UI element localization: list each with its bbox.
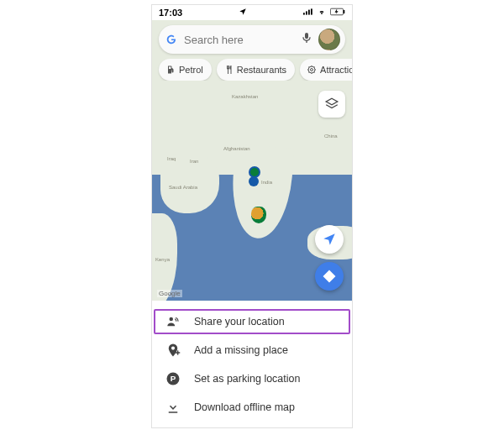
search-placeholder: Search here — [184, 34, 300, 46]
map-pin-cluster[interactable] — [251, 207, 266, 223]
signal-icon — [303, 8, 313, 18]
add-place-icon — [165, 343, 181, 358]
location-services-icon — [239, 8, 247, 18]
country-label: Kazakhstan — [232, 94, 258, 99]
svg-text:P: P — [171, 374, 176, 383]
chip-petrol[interactable]: Petrol — [159, 59, 212, 81]
country-label: Afghanistan — [223, 146, 250, 151]
layers-button[interactable] — [318, 91, 345, 118]
chip-restaurants[interactable]: Restaurants — [217, 59, 295, 81]
sheet-cancel[interactable]: Cancel — [152, 422, 352, 428]
country-label: Kenya — [155, 257, 170, 262]
svg-point-6 — [311, 69, 313, 71]
svg-rect-0 — [303, 13, 305, 14]
sheet-parking[interactable]: P Set as parking location — [152, 364, 352, 393]
map-attribution: Google — [157, 290, 182, 297]
action-sheet: Share your location Add a missing place … — [152, 301, 352, 428]
download-icon — [165, 400, 181, 415]
sheet-row-label: Add a missing place — [194, 344, 288, 356]
google-logo-icon — [165, 34, 177, 45]
parking-icon: P — [165, 371, 181, 386]
chip-label: Petrol — [179, 65, 203, 75]
sheet-share-location[interactable]: Share your location — [152, 307, 352, 336]
map-pin[interactable] — [249, 176, 259, 186]
petrol-icon — [165, 65, 176, 75]
svg-rect-2 — [308, 10, 310, 15]
directions-button[interactable] — [315, 262, 344, 291]
share-location-icon — [165, 314, 181, 329]
wifi-icon — [317, 8, 327, 18]
map-canvas[interactable]: Kazakhstan China Afghanistan Iraq Iran I… — [152, 20, 352, 301]
chip-label: Attractions — [320, 65, 352, 75]
sheet-row-label: Set as parking location — [194, 373, 300, 385]
chip-label: Restaurants — [237, 65, 286, 75]
chip-attractions[interactable]: Attractions — [300, 59, 352, 81]
microphone-icon[interactable] — [300, 31, 313, 48]
svg-rect-1 — [306, 11, 307, 14]
country-label: China — [324, 134, 338, 139]
my-location-button[interactable] — [315, 225, 344, 254]
country-label: Iraq — [167, 156, 176, 161]
phone-frame: 17:03 Kazakhstan China Afghanistan Iraq … — [151, 4, 353, 428]
svg-point-8 — [170, 317, 174, 322]
status-bar: 17:03 — [152, 5, 352, 20]
avatar[interactable] — [318, 29, 340, 50]
svg-rect-10 — [177, 350, 179, 354]
battery-icon — [330, 8, 345, 18]
country-label: India — [261, 180, 272, 185]
sheet-offline-map[interactable]: Download offline map — [152, 393, 352, 422]
country-label: Saudi Arabia — [169, 185, 197, 190]
sheet-row-label: Share your location — [194, 316, 285, 328]
search-bar[interactable]: Search here — [159, 25, 345, 54]
svg-rect-5 — [344, 10, 344, 13]
status-time: 17:03 — [159, 8, 182, 18]
sheet-add-place[interactable]: Add a missing place — [152, 336, 352, 364]
svg-rect-3 — [311, 8, 312, 14]
attractions-icon — [307, 65, 317, 75]
country-label: Iran — [190, 159, 198, 164]
restaurant-icon — [223, 65, 234, 75]
category-chips: Petrol Restaurants Attractions ▮ — [155, 59, 352, 81]
sheet-row-label: Download offline map — [194, 401, 295, 413]
